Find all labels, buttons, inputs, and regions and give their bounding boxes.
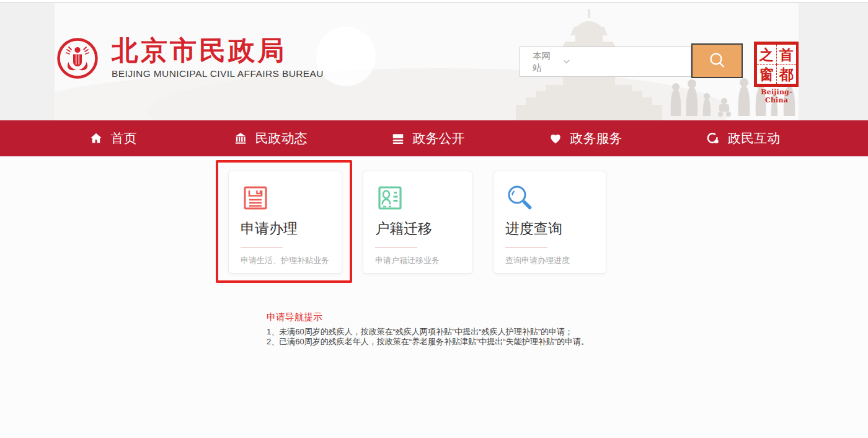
nav-item-gov-services[interactable]: 政务服务 bbox=[507, 120, 664, 156]
document-stack-icon bbox=[391, 132, 405, 145]
capital-window-seal: 之 首 窗 都 bbox=[754, 42, 799, 87]
nav-inner: 首页 民政动态 bbox=[34, 120, 822, 156]
heart-icon bbox=[549, 132, 562, 145]
search-scope-select[interactable]: 本网站 bbox=[533, 50, 569, 74]
nav-item-home[interactable]: 首页 bbox=[34, 120, 192, 156]
card-household-transfer[interactable]: 户籍迁移 申请户籍迁移业务 bbox=[363, 171, 473, 274]
search-box[interactable]: 本网站 bbox=[520, 47, 691, 77]
nav-item-label: 政民互动 bbox=[728, 130, 780, 147]
search-input[interactable] bbox=[569, 47, 691, 76]
badge-char: 窗 bbox=[757, 65, 777, 84]
card-divider bbox=[241, 247, 283, 248]
nav-item-label: 政务公开 bbox=[413, 130, 465, 147]
site-logo: 北京市民政局 BEIJING MUNICIPAL CIVIL AFFAIRS B… bbox=[56, 37, 324, 80]
nav-item-civil-affairs-news[interactable]: 民政动态 bbox=[192, 120, 349, 156]
badge-caption: Beijing-China bbox=[754, 88, 799, 104]
card-apply[interactable]: 申请办理 申请生活、护理补贴业务 bbox=[228, 171, 342, 274]
header-content: 北京市民政局 BEIJING MUNICIPAL CIVIL AFFAIRS B… bbox=[55, 3, 799, 120]
hints-title: 申请导航提示 bbox=[267, 311, 589, 323]
capital-window-badge[interactable]: 之 首 窗 都 Beijing-China bbox=[754, 42, 799, 104]
logo-text: 北京市民政局 BEIJING MUNICIPAL CIVIL AFFAIRS B… bbox=[112, 37, 324, 79]
main-navbar: 首页 民政动态 bbox=[0, 120, 868, 156]
magnifier-icon bbox=[505, 183, 535, 213]
hint-line: 1、未满60周岁的残疾人，按政策在“残疾人两项补贴”中提出“残疾人护理补贴”的申… bbox=[267, 327, 589, 337]
nav-item-gov-disclosure[interactable]: 政务公开 bbox=[349, 120, 507, 156]
badge-char: 之 bbox=[757, 45, 777, 65]
application-hints: 申请导航提示 1、未满60周岁的残疾人，按政策在“残疾人两项补贴”中提出“残疾人… bbox=[267, 311, 589, 346]
chat-icon bbox=[706, 132, 720, 146]
hint-line: 2、已满60周岁的残疾老年人，按政策在“养老服务补贴津贴”中提出“失能护理补贴”… bbox=[267, 337, 589, 347]
search-icon bbox=[707, 50, 728, 71]
application-form-icon bbox=[241, 183, 270, 213]
nav-item-public-interaction[interactable]: 政民互动 bbox=[664, 120, 822, 156]
badge-char: 首 bbox=[777, 45, 797, 65]
home-icon bbox=[89, 132, 103, 145]
bank-icon bbox=[234, 132, 247, 145]
card-title: 进度查询 bbox=[505, 220, 606, 238]
card-title: 户籍迁移 bbox=[375, 220, 472, 238]
main-content: 申请办理 申请生活、护理补贴业务 户籍迁移 申请户籍迁移业务 进度查询 bbox=[0, 156, 868, 437]
card-divider bbox=[505, 247, 547, 248]
card-divider bbox=[375, 247, 417, 248]
search-scope-label: 本网站 bbox=[533, 50, 555, 74]
search-button[interactable] bbox=[691, 43, 743, 78]
site-header: 北京市民政局 BEIJING MUNICIPAL CIVIL AFFAIRS B… bbox=[0, 3, 868, 120]
card-subtitle: 查询申请办理进度 bbox=[505, 255, 606, 266]
card-title: 申请办理 bbox=[241, 220, 342, 238]
card-subtitle: 申请户籍迁移业务 bbox=[375, 255, 472, 266]
nav-item-label: 民政动态 bbox=[255, 130, 308, 147]
badge-char: 都 bbox=[777, 65, 797, 84]
id-card-icon bbox=[375, 183, 405, 213]
card-subtitle: 申请生活、护理补贴业务 bbox=[241, 255, 342, 266]
nav-item-label: 政务服务 bbox=[570, 130, 622, 147]
site-title-cn: 北京市民政局 bbox=[112, 37, 324, 64]
nav-item-label: 首页 bbox=[111, 130, 137, 147]
site-title-en: BEIJING MUNICIPAL CIVIL AFFAIRS BUREAU bbox=[112, 68, 324, 79]
civil-affairs-emblem-icon bbox=[56, 37, 99, 80]
card-progress-inquiry[interactable]: 进度查询 查询申请办理进度 bbox=[493, 171, 606, 274]
